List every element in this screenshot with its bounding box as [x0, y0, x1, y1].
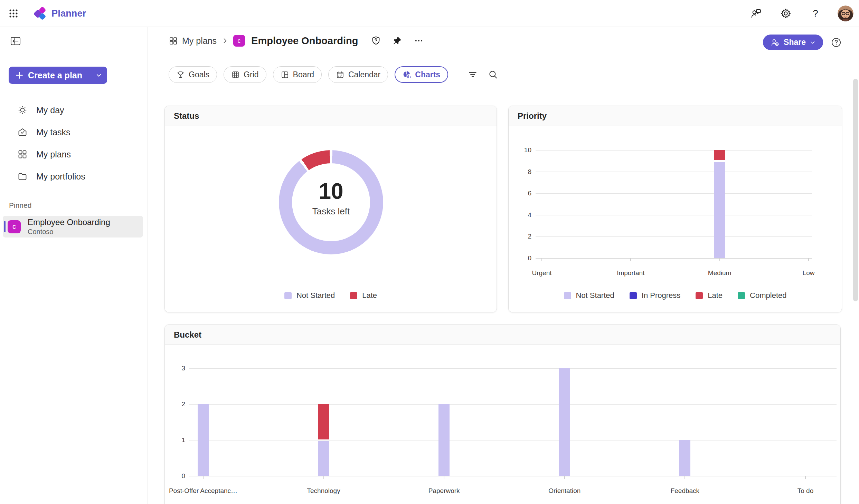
- x-axis-category-label: Important: [617, 269, 644, 277]
- card-header: Status: [165, 106, 497, 126]
- pinned-plan-employee-onboarding[interactable]: c Employee Onboarding Contoso: [3, 216, 143, 238]
- sun-icon: [17, 105, 28, 115]
- y-axis-tick-label: 6: [514, 190, 531, 197]
- legend-swatch: [284, 292, 292, 299]
- gridline: [536, 172, 812, 172]
- y-axis-tick-label: 0: [514, 254, 531, 262]
- gridline: [189, 440, 837, 440]
- legend-item: In Progress: [630, 291, 681, 300]
- search-button[interactable]: [486, 68, 500, 81]
- x-axis-tick: [323, 476, 324, 479]
- gridline: [536, 150, 812, 151]
- status-legend: Not StartedLate: [165, 291, 497, 300]
- x-axis-tick: [203, 476, 204, 479]
- sidebar-item-my-day[interactable]: My day: [4, 100, 144, 120]
- y-axis-tick-label: 3: [168, 365, 185, 372]
- legend-label: Late: [708, 291, 723, 300]
- plan-header: My plans c Employee Onboarding: [148, 27, 859, 56]
- bar-segment-late: [714, 150, 725, 160]
- legend-label: Late: [362, 291, 377, 300]
- chevron-right-icon: [221, 37, 228, 44]
- gear-icon: [780, 8, 791, 19]
- create-plan-menu-button[interactable]: [90, 67, 107, 84]
- more-options-button[interactable]: [412, 34, 426, 48]
- pie-chart-icon: [403, 70, 411, 79]
- privacy-button[interactable]: [369, 34, 383, 48]
- ellipsis-icon: [414, 36, 424, 46]
- x-axis-category-label: Technology: [307, 487, 340, 495]
- create-plan-split-button: Create a plan: [9, 67, 107, 84]
- sidebar-item-my-portfolios[interactable]: My portfolios: [4, 167, 144, 186]
- tab-goals[interactable]: Goals: [169, 66, 217, 83]
- gridline: [189, 476, 837, 476]
- plan-chip-icon: c: [233, 35, 245, 47]
- legend-swatch: [630, 292, 637, 299]
- create-plan-button[interactable]: Create a plan: [9, 67, 90, 84]
- tab-grid[interactable]: Grid: [224, 66, 266, 83]
- planner-logo-icon: [32, 6, 47, 21]
- help-circle-icon: [831, 37, 842, 48]
- legend-label: In Progress: [642, 291, 681, 300]
- bar-segment-not-started: [198, 404, 209, 476]
- sidebar-item-label: My tasks: [36, 127, 70, 137]
- plan-title: Employee Onboarding: [251, 35, 358, 47]
- unpin-button[interactable]: [390, 34, 404, 48]
- chevron-down-icon: [810, 40, 815, 45]
- tab-calendar[interactable]: Calendar: [328, 66, 388, 83]
- legend-swatch: [696, 292, 703, 299]
- scrollbar-thumb[interactable]: [853, 79, 858, 301]
- waffle-icon: [9, 9, 18, 18]
- trophy-icon: [176, 70, 185, 79]
- view-tabs: Goals Grid Board: [169, 66, 500, 83]
- brand: Planner: [32, 6, 86, 21]
- legend-label: Completed: [750, 291, 786, 300]
- feedback-button[interactable]: [748, 6, 764, 21]
- help-button[interactable]: ?: [808, 6, 823, 21]
- y-axis-tick-label: 8: [514, 168, 531, 176]
- sidebar-item-my-plans[interactable]: My plans: [4, 145, 144, 164]
- x-axis-category-label: Low: [803, 269, 815, 277]
- sidebar-item-label: My portfolios: [36, 172, 85, 182]
- table-icon: [231, 70, 240, 79]
- tab-label: Goals: [189, 70, 209, 79]
- gridline: [189, 368, 837, 369]
- collapse-sidebar-button[interactable]: [8, 33, 23, 49]
- app-launcher-button[interactable]: [5, 5, 22, 22]
- gridline: [536, 215, 812, 215]
- plan-help-button[interactable]: [831, 37, 842, 48]
- settings-button[interactable]: [778, 6, 793, 21]
- app-title: Planner: [51, 8, 86, 19]
- bar-segment-not-started: [559, 368, 570, 476]
- main-content: My plans c Employee Onboarding: [148, 27, 859, 504]
- share-label: Share: [784, 38, 806, 47]
- selected-indicator: [4, 221, 6, 232]
- share-button[interactable]: Share: [763, 35, 823, 50]
- bucket-bar-chart: 0123Post-Offer Acceptanc…TechnologyPaper…: [189, 368, 837, 476]
- status-donut-chart: 10 Tasks left: [279, 150, 383, 254]
- bar-segment-not-started: [318, 441, 329, 476]
- topbar: Planner ?: [0, 0, 859, 27]
- priority-chart-card: Priority 0246810UrgentImportantMediumLow…: [508, 106, 842, 312]
- tab-charts[interactable]: Charts: [395, 66, 448, 83]
- x-axis-category-label: To do: [797, 487, 813, 495]
- legend-label: Not Started: [296, 291, 335, 300]
- x-axis-category-label: Orientation: [548, 487, 580, 495]
- account-avatar[interactable]: [838, 6, 853, 21]
- shield-question-icon: [371, 36, 381, 46]
- tab-board[interactable]: Board: [273, 66, 322, 83]
- y-axis-tick-label: 2: [514, 233, 531, 240]
- sidebar-item-my-tasks[interactable]: My tasks: [4, 123, 144, 142]
- x-axis-category-label: Medium: [708, 269, 731, 277]
- pinned-section-label: Pinned: [9, 201, 31, 210]
- plus-icon: [15, 71, 24, 80]
- breadcrumb: My plans c Employee Onboarding: [169, 34, 426, 48]
- y-axis-tick-label: 1: [168, 436, 185, 444]
- x-axis-tick: [444, 476, 444, 479]
- gridline: [536, 258, 812, 259]
- filter-button[interactable]: [466, 68, 480, 81]
- x-axis-tick: [719, 258, 720, 261]
- status-chart-card: Status 10 Tasks left Not StartedLate: [164, 106, 497, 312]
- x-axis-tick: [805, 476, 806, 479]
- breadcrumb-my-plans[interactable]: My plans: [169, 36, 217, 46]
- legend-item: Not Started: [564, 291, 614, 300]
